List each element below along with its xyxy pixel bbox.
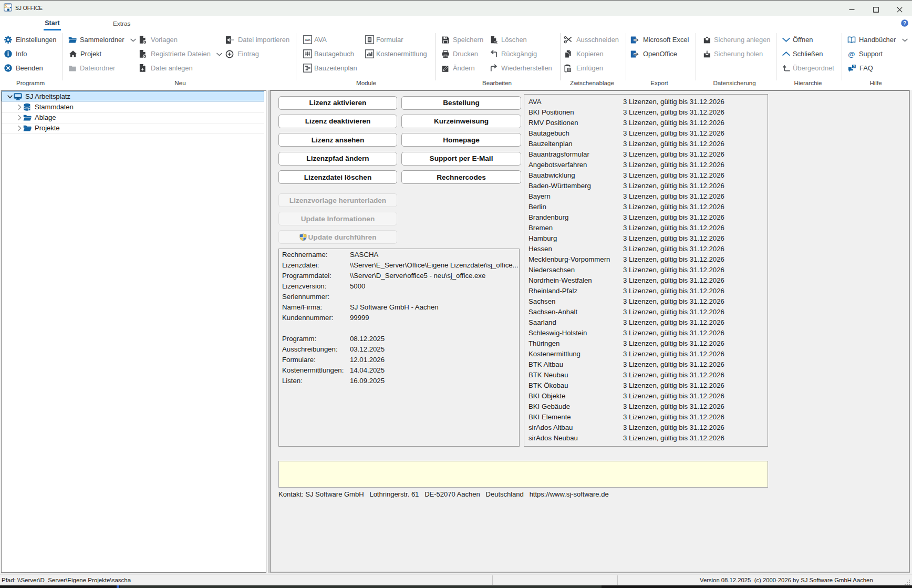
svg-text:S: S xyxy=(4,4,7,9)
svg-text:?: ? xyxy=(903,20,906,26)
svg-text:AVA: AVA xyxy=(305,38,311,42)
svg-text:?: ? xyxy=(853,65,855,68)
svg-text:@: @ xyxy=(848,50,855,58)
